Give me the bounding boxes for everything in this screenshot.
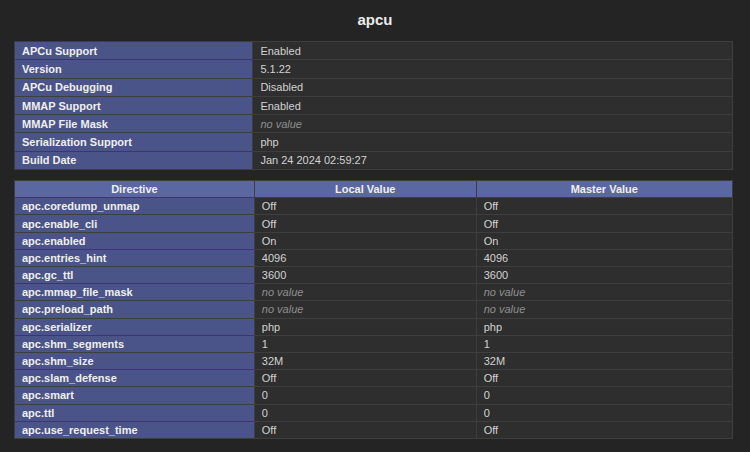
master-value-cell: no value <box>476 284 732 301</box>
info-row: MMAP SupportEnabled <box>15 96 733 114</box>
info-label-cell: APCu Support <box>15 42 253 60</box>
info-row: MMAP File Maskno value <box>15 115 733 133</box>
directive-name-cell: apc.enable_cli <box>15 215 255 232</box>
directive-row: apc.shm_size32M32M <box>15 352 733 369</box>
directive-name-cell: apc.coredump_unmap <box>15 198 255 215</box>
local-value-cell: 0 <box>254 404 476 421</box>
info-row: Version5.1.22 <box>15 60 733 78</box>
local-value-cell: Off <box>254 215 476 232</box>
master-value-cell: Off <box>476 370 732 387</box>
master-value-cell: Off <box>476 421 732 438</box>
master-value-cell: 4096 <box>476 249 732 266</box>
master-value-cell: 1 <box>476 335 732 352</box>
master-value-cell: 3600 <box>476 267 732 284</box>
directive-row: apc.use_request_timeOffOff <box>15 421 733 438</box>
directive-row: apc.ttl00 <box>15 404 733 421</box>
info-label-cell: MMAP Support <box>15 96 253 114</box>
directive-row: apc.entries_hint40964096 <box>15 249 733 266</box>
local-value-cell: Off <box>254 198 476 215</box>
local-value-cell: 4096 <box>254 249 476 266</box>
info-row: Build DateJan 24 2024 02:59:27 <box>15 151 733 169</box>
master-value-cell: On <box>476 232 732 249</box>
info-label-cell: APCu Debugging <box>15 78 253 96</box>
info-row: APCu DebuggingDisabled <box>15 78 733 96</box>
local-value-cell: no value <box>254 284 476 301</box>
directive-name-cell: apc.gc_ttl <box>15 267 255 284</box>
info-value-cell: Disabled <box>253 78 733 96</box>
directive-row: apc.gc_ttl36003600 <box>15 267 733 284</box>
directive-name-cell: apc.slam_defense <box>15 370 255 387</box>
info-value-cell: Enabled <box>253 42 733 60</box>
directive-row: apc.coredump_unmapOffOff <box>15 198 733 215</box>
local-value-cell: 32M <box>254 352 476 369</box>
master-value-cell: 0 <box>476 387 732 404</box>
local-value-cell: php <box>254 318 476 335</box>
directive-row: apc.slam_defenseOffOff <box>15 370 733 387</box>
directive-name-cell: apc.entries_hint <box>15 249 255 266</box>
directive-row: apc.enable_cliOffOff <box>15 215 733 232</box>
local-value-cell: 3600 <box>254 267 476 284</box>
master-value-cell: Off <box>476 215 732 232</box>
info-value-cell: php <box>253 133 733 151</box>
info-value-cell: 5.1.22 <box>253 60 733 78</box>
master-value-cell: 32M <box>476 352 732 369</box>
directive-name-cell: apc.smart <box>15 387 255 404</box>
info-label-cell: Build Date <box>15 151 253 169</box>
directives-table-body: apc.coredump_unmapOffOffapc.enable_cliOf… <box>15 198 733 439</box>
master-value-cell: no value <box>476 301 732 318</box>
info-value-cell: no value <box>253 115 733 133</box>
directive-row: apc.serializerphpphp <box>15 318 733 335</box>
info-row: APCu SupportEnabled <box>15 42 733 60</box>
master-value-cell: 0 <box>476 404 732 421</box>
local-value-cell: On <box>254 232 476 249</box>
directive-name-cell: apc.use_request_time <box>15 421 255 438</box>
directive-name-cell: apc.ttl <box>15 404 255 421</box>
directives-table: Directive Local Value Master Value apc.c… <box>14 180 733 439</box>
directive-row: apc.smart00 <box>15 387 733 404</box>
directive-row: apc.shm_segments11 <box>15 335 733 352</box>
directives-header-row: Directive Local Value Master Value <box>15 181 733 198</box>
directive-row: apc.mmap_file_maskno valueno value <box>15 284 733 301</box>
local-value-cell: Off <box>254 370 476 387</box>
info-value-cell: Enabled <box>253 96 733 114</box>
local-value-cell: 1 <box>254 335 476 352</box>
header-cell-local-value: Local Value <box>254 181 476 198</box>
directive-name-cell: apc.mmap_file_mask <box>15 284 255 301</box>
header-cell-master-value: Master Value <box>476 181 732 198</box>
directive-name-cell: apc.shm_segments <box>15 335 255 352</box>
header-cell-directive: Directive <box>15 181 255 198</box>
master-value-cell: php <box>476 318 732 335</box>
info-table: APCu SupportEnabledVersion5.1.22APCu Deb… <box>14 41 733 170</box>
info-label-cell: Serialization Support <box>15 133 253 151</box>
info-value-cell: Jan 24 2024 02:59:27 <box>253 151 733 169</box>
local-value-cell: Off <box>254 421 476 438</box>
info-label-cell: MMAP File Mask <box>15 115 253 133</box>
directive-name-cell: apc.preload_path <box>15 301 255 318</box>
info-label-cell: Version <box>15 60 253 78</box>
directive-name-cell: apc.serializer <box>15 318 255 335</box>
directive-name-cell: apc.enabled <box>15 232 255 249</box>
directive-row: apc.enabledOnOn <box>15 232 733 249</box>
directive-name-cell: apc.shm_size <box>15 352 255 369</box>
local-value-cell: no value <box>254 301 476 318</box>
page-title: apcu <box>0 10 750 30</box>
directive-row: apc.preload_pathno valueno value <box>15 301 733 318</box>
local-value-cell: 0 <box>254 387 476 404</box>
info-row: Serialization Supportphp <box>15 133 733 151</box>
master-value-cell: Off <box>476 198 732 215</box>
info-table-body: APCu SupportEnabledVersion5.1.22APCu Deb… <box>15 42 733 170</box>
